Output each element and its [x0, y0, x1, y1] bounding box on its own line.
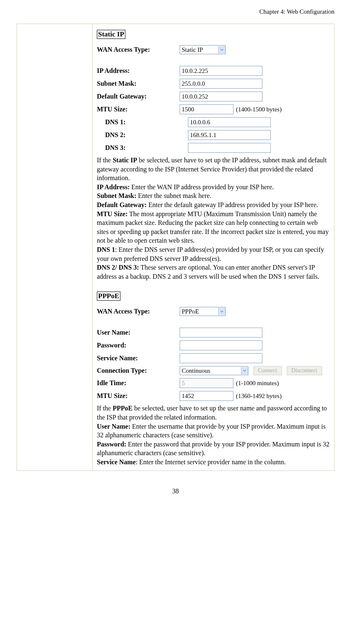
sidebar-cell: [17, 24, 93, 471]
password-input[interactable]: [180, 340, 262, 350]
default-gateway-label: Default Gateway:: [97, 93, 180, 100]
dns3-label: DNS 3:: [97, 144, 188, 152]
pppoe-desc: If the PPPoE be selected, user have to s…: [97, 404, 330, 466]
subnet-mask-input[interactable]: [180, 79, 262, 89]
pppoe-mtu-size-hint: (1360-1492 bytes): [236, 393, 281, 400]
content-cell: Static IP WAN Access Type: Static IP IP …: [93, 24, 334, 471]
chevron-down-icon: [218, 308, 225, 315]
idle-time-hint: (1-1000 minutes): [236, 380, 279, 387]
default-gateway-input[interactable]: [180, 92, 262, 101]
static-ip-desc: If the Static IP be selected, user have …: [97, 156, 330, 281]
ip-address-input[interactable]: [180, 66, 262, 76]
wan-access-type-label: WAN Access Type:: [97, 46, 180, 53]
pppoe-wan-access-type-label: WAN Access Type:: [97, 308, 180, 315]
dns1-input[interactable]: [188, 117, 271, 127]
chevron-down-icon: [241, 367, 248, 374]
content-table: Static IP WAN Access Type: Static IP IP …: [17, 24, 334, 471]
service-name-input[interactable]: [180, 353, 262, 363]
user-name-label: User Name:: [97, 329, 180, 336]
password-label: Password:: [97, 342, 180, 349]
wan-access-type-value: Static IP: [182, 46, 203, 53]
connect-button[interactable]: Connect: [253, 366, 282, 375]
pppoe-mtu-size-label: MTU Size:: [97, 392, 180, 400]
chevron-down-icon: [218, 46, 225, 53]
mtu-size-hint: (1400-1500 bytes): [236, 106, 281, 113]
pppoe-wan-access-type-value: PPPoE: [182, 308, 199, 315]
dns2-label: DNS 2:: [97, 131, 188, 139]
page-number: 38: [17, 487, 334, 495]
mtu-size-input[interactable]: [180, 104, 233, 114]
disconnect-button[interactable]: Disconnect: [287, 366, 322, 375]
static-ip-heading: Static IP: [97, 30, 125, 39]
wan-access-type-select[interactable]: Static IP: [180, 45, 226, 54]
subnet-mask-label: Subnet Mask:: [97, 80, 180, 87]
static-ip-form: WAN Access Type: Static IP IP Address: S…: [97, 45, 330, 153]
pppoe-heading: PPPoE: [97, 292, 120, 301]
mtu-size-label: MTU Size:: [97, 106, 180, 113]
connection-type-label: Connection Type:: [97, 367, 180, 374]
dns2-input[interactable]: [188, 130, 271, 140]
pppoe-wan-access-type-select[interactable]: PPPoE: [180, 307, 226, 316]
connection-type-value: Continuous: [182, 367, 210, 374]
user-name-input[interactable]: [180, 328, 262, 338]
dns1-label: DNS 1:: [97, 118, 188, 126]
pppoe-form: WAN Access Type: PPPoE User Name: Passwo…: [97, 307, 330, 401]
connection-type-select[interactable]: Continuous: [180, 366, 248, 375]
idle-time-label: Idle Time:: [97, 379, 180, 387]
pppoe-mtu-size-input[interactable]: [180, 391, 233, 401]
dns3-input[interactable]: [188, 143, 271, 153]
ip-address-label: IP Address:: [97, 67, 180, 75]
service-name-label: Service Name:: [97, 355, 180, 362]
idle-time-input[interactable]: [180, 378, 233, 388]
chapter-header: Chapter 4: Web Configuration: [17, 8, 334, 15]
